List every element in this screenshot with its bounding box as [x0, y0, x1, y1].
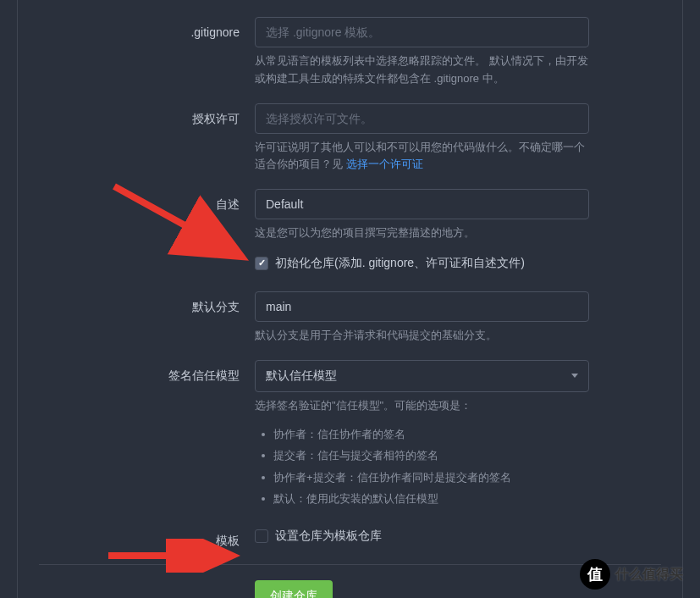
- trust-option: 默认：使用此安装的默认信任模型: [255, 488, 589, 510]
- trust-option: 协作者+提交者：信任协作者同时是提交者的签名: [255, 467, 589, 489]
- gitignore-input[interactable]: [255, 17, 589, 47]
- default-branch-row: 默认分支 默认分支是用于合并请求和代码提交的基础分支。: [39, 291, 661, 345]
- license-label: 授权许可: [39, 103, 255, 127]
- license-row: 授权许可 许可证说明了其他人可以和不可以用您的代码做什么。不确定哪一个适合你的项…: [39, 103, 661, 174]
- divider: [39, 564, 661, 565]
- init-repo-row: 初始化仓库(添加. gitignore、许可证和自述文件): [255, 256, 589, 271]
- trust-model-row: 签名信任模型 默认信任模型 选择签名验证的"信任模型"。可能的选项是： 协作者：…: [39, 360, 661, 510]
- template-label: 模板: [39, 525, 255, 549]
- watermark-text: 什么值得买: [615, 566, 683, 584]
- trust-model-help: 选择签名验证的"信任模型"。可能的选项是：: [255, 397, 589, 415]
- gitignore-help: 从常见语言的模板列表中选择忽略跟踪的文件。 默认情况下，由开发或构建工具生成的特…: [255, 53, 589, 88]
- template-checkbox-label: 设置仓库为模板仓库: [275, 529, 382, 544]
- template-checkbox[interactable]: [255, 529, 268, 543]
- readme-row: 自述 这是您可以为您的项目撰写完整描述的地方。 初始化仓库(添加. gitign…: [39, 189, 661, 285]
- readme-label: 自述: [39, 189, 255, 213]
- gitignore-row: .gitignore 从常见语言的模板列表中选择忽略跟踪的文件。 默认情况下，由…: [39, 17, 661, 88]
- trust-model-options: 协作者：信任协作者的签名 提交者：信任与提交者相符的签名 协作者+提交者：信任协…: [255, 424, 589, 510]
- trust-model-label: 签名信任模型: [39, 360, 255, 384]
- default-branch-help: 默认分支是用于合并请求和代码提交的基础分支。: [255, 327, 589, 345]
- trust-option: 提交者：信任与提交者相符的签名: [255, 445, 589, 467]
- license-help-link[interactable]: 选择一个许可证: [346, 158, 423, 170]
- watermark: 值 什么值得买: [580, 559, 683, 590]
- chevron-down-icon: [571, 374, 578, 378]
- license-input[interactable]: [255, 103, 589, 134]
- create-repo-button[interactable]: 创建仓库: [255, 580, 333, 598]
- submit-row: 创建仓库: [39, 580, 661, 598]
- template-row: 模板 设置仓库为模板仓库: [39, 525, 661, 549]
- watermark-icon: 值: [580, 559, 610, 590]
- trust-option: 协作者：信任协作者的签名: [255, 424, 589, 446]
- gitignore-label: .gitignore: [39, 17, 255, 39]
- init-repo-label: 初始化仓库(添加. gitignore、许可证和自述文件): [275, 256, 525, 271]
- readme-input[interactable]: [255, 189, 589, 219]
- readme-help: 这是您可以为您的项目撰写完整描述的地方。: [255, 224, 589, 242]
- license-help: 许可证说明了其他人可以和不可以用您的代码做什么。不确定哪一个适合你的项目？见 选…: [255, 139, 589, 174]
- init-repo-checkbox[interactable]: [255, 257, 268, 270]
- repo-settings-form: .gitignore 从常见语言的模板列表中选择忽略跟踪的文件。 默认情况下，由…: [17, 0, 683, 598]
- default-branch-input[interactable]: [255, 291, 589, 322]
- trust-model-select[interactable]: 默认信任模型: [255, 360, 589, 392]
- default-branch-label: 默认分支: [39, 291, 255, 315]
